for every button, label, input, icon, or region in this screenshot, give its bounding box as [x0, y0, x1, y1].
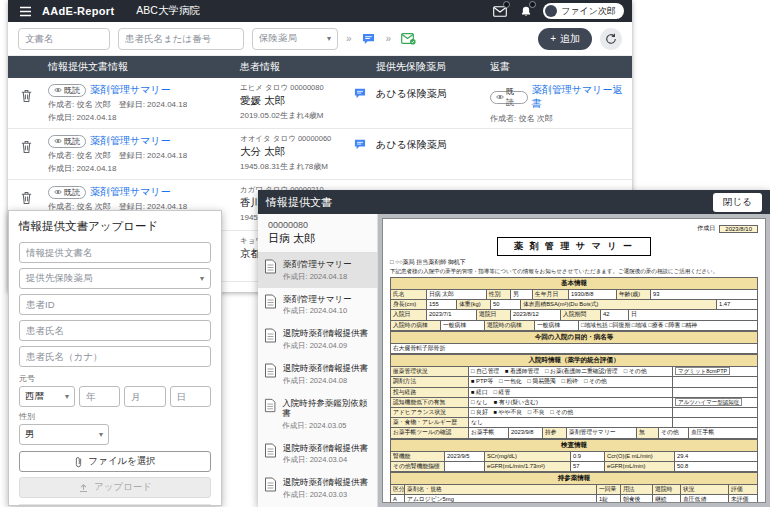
preview-title: 薬 剤 管 理 サ マ リ ー — [497, 237, 651, 256]
patient-name-input[interactable] — [19, 320, 211, 341]
pharmacy-name — [376, 185, 486, 189]
document-list-item[interactable]: 退院時薬剤情報提供書作成日: 2024.03.03 — [258, 471, 377, 506]
add-button[interactable]: + 追加 — [538, 28, 592, 50]
admission-row: アドヒアランス状況 □ 良好 ■ やや不良 □ 不良 □ その他 — [390, 407, 758, 417]
meds-row: A アムロジピン5mg 1錠 朝食後 継続 血圧低値 未評価 — [390, 494, 758, 503]
mail-badge — [503, 1, 510, 8]
viewer-patient-name: 日病 太郎 — [268, 231, 367, 246]
preview-area: 作成日 2023/8/10 薬 剤 管 理 サ マ リ ー □ ○○薬局 担当薬… — [378, 214, 770, 507]
sent-mail-filter-button[interactable] — [399, 31, 417, 47]
admission-row: 調剤方法 ■ PTP等 □ 一包化 □ 簡易懸濁 □ 粉砕 □ その他 — [390, 376, 758, 386]
document-preview: 作成日 2023/8/10 薬 剤 管 理 サ マ リ ー □ ○○薬局 担当薬… — [382, 218, 766, 503]
document-list-item[interactable]: 退院時薬剤情報提供書作成日: 2024.04.08 — [258, 357, 377, 392]
table-row: 既読 薬剤管理サマリー 作成者: 佼名 次郎登録日: 2024.04.18 作成… — [8, 129, 632, 180]
header-patient-info: 患者情報 — [240, 60, 376, 74]
table-row: 既読 薬剤管理サマリー 作成者: 佼名 次郎登録日: 2024.04.18 作成… — [8, 78, 632, 129]
document-icon — [264, 443, 277, 458]
document-list-item[interactable]: 退院時薬剤情報提供書作成日: 2024.03.04 — [258, 437, 377, 472]
chat-filter-button[interactable] — [360, 31, 378, 47]
labs-row: その他腎機能指標 eGFR(mL/min/1.73m²) 57 eGFR(mL/… — [390, 461, 758, 472]
upload-icon — [78, 482, 89, 493]
document-icon — [264, 328, 277, 343]
patient-filter-input[interactable] — [118, 28, 244, 50]
viewer-header: 情報提供文書 閉じる — [258, 190, 770, 214]
chevron-down-icon: ▾ — [327, 34, 331, 43]
mail-button[interactable] — [491, 3, 509, 19]
document-link[interactable]: 薬剤管理サマリー — [90, 83, 171, 97]
chevron-right-icon: » — [346, 33, 352, 44]
menu-button[interactable] — [16, 3, 34, 19]
reply-cell: 既読 薬剤管理サマリー返書 作成者: 佼名 次郎 — [486, 83, 632, 125]
chat-button[interactable] — [354, 136, 366, 154]
document-list-item[interactable]: 薬剤管理サマリー作成日: 2024.04.18 — [258, 253, 377, 288]
doc-name-input[interactable] — [19, 242, 211, 263]
patient-kana-input[interactable] — [19, 346, 211, 367]
filter-bar: 保険薬局 ▾ » » + 追加 — [8, 22, 632, 56]
year-input[interactable] — [79, 386, 120, 407]
read-status-badge: 既読 — [48, 84, 86, 97]
document-list-item[interactable]: 退院時薬剤情報提供書作成日: 2024.04.09 — [258, 322, 377, 357]
document-link[interactable]: 薬剤管理サマリー — [90, 134, 171, 148]
basic-row: 身長(cm) 155 体重(kg) 50 体表面積BSA(m²)(Du Bois… — [390, 299, 758, 309]
era-label: 元号 — [19, 373, 211, 384]
chat-icon — [362, 33, 375, 45]
delete-icon[interactable] — [20, 89, 33, 103]
gender-select[interactable]: 男 ▾ — [19, 424, 109, 445]
read-icon — [54, 189, 62, 195]
viewer-sidebar: 00000080 日病 太郎 薬剤管理サマリー作成日: 2024.04.18 薬… — [258, 214, 378, 507]
section-labs: 検査情報 — [390, 439, 758, 451]
basic-row: 入院日 2023/7/1 退院日 2023/8/12 入院期間 42 日 — [390, 309, 758, 319]
notifications-badge — [529, 1, 536, 8]
header-reply: 返書 — [486, 60, 632, 74]
chat-icon — [354, 88, 366, 99]
doc-name-filter-input[interactable] — [18, 28, 110, 50]
pharmacy-select[interactable]: 提供先保険薬局 ▾ — [19, 268, 211, 289]
tool-row: お薬手帳ツールの確認 お薬手帳 2023/9/8 持参 薬剤管理サマリー 無 そ… — [390, 427, 758, 438]
pharmacy-filter-select[interactable]: 保険薬局 ▾ — [252, 28, 338, 50]
delete-icon[interactable] — [20, 140, 33, 154]
read-icon — [54, 138, 62, 144]
reply-document-link[interactable]: 薬剤管理サマリー返書 — [532, 83, 632, 111]
document-list-item[interactable]: 薬剤管理サマリー作成日: 2024.04.10 — [258, 288, 377, 323]
notifications-button[interactable] — [517, 3, 535, 19]
table-header: 情報提供文書情報 患者情報 提供先保険薬局 返書 — [8, 56, 632, 78]
chevron-down-icon: ▾ — [200, 274, 204, 283]
document-list-item[interactable]: 入院時持参薬鑑別依頼書作成日: 2024.03.05 — [258, 392, 377, 437]
chevron-down-icon: ▾ — [65, 392, 69, 401]
chat-button[interactable] — [354, 85, 366, 103]
era-select[interactable]: 西暦 ▾ — [19, 386, 75, 407]
admission-row: 服薬管理状況 □ 自己管理 ■ 看護師管理 □ お薬(看護師二重確認)管理 □ … — [390, 366, 758, 376]
meds-header-row: 区分 薬剤名・規格 一回量 用法 退院時 状況 評価 — [390, 484, 758, 494]
section-admission: 入院時情報（薬学的統合評価） — [390, 354, 758, 366]
read-icon — [54, 87, 62, 93]
read-icon — [496, 94, 504, 100]
file-select-button[interactable]: ファイルを選択 — [19, 451, 211, 472]
chevron-right-icon: » — [386, 33, 392, 44]
app-title: AAdE-Report — [42, 5, 114, 17]
document-icon — [264, 398, 276, 413]
upload-button[interactable]: アップロード — [19, 477, 211, 498]
header-pharmacy: 提供先保険薬局 — [376, 60, 486, 74]
basic-row: 氏名 日病 太郎 性別 男 生年月日 1930/8/8 年齢(歳) 93 — [390, 289, 758, 299]
refresh-button[interactable] — [600, 28, 622, 50]
screen: AAdE-Report ABC大学病院 ファイン次郎 保険薬局 ▾ — [0, 0, 770, 507]
patient-id-input[interactable] — [19, 294, 211, 315]
document-link[interactable]: 薬剤管理サマリー — [90, 185, 171, 199]
section-purpose: 今回の入院の目的・病名等 — [390, 331, 758, 343]
read-status-badge: 既読 — [48, 135, 86, 148]
day-input[interactable] — [170, 386, 211, 407]
header-doc-info: 情報提供文書情報 — [44, 60, 240, 74]
read-status-badge: 既読 — [490, 91, 528, 104]
basic-row: 入院時の病棟 一般病棟 退院時の病棟 一般病棟 □地域包括 □回復期 □地域 □… — [390, 320, 758, 331]
gender-label: 性別 — [19, 411, 211, 422]
preview-salutation: □ ○○薬局 担当薬剤師 御机下 — [390, 258, 758, 267]
user-menu[interactable]: ファイン次郎 — [543, 3, 624, 19]
document-icon — [264, 294, 277, 309]
document-icon — [264, 363, 277, 378]
delete-icon[interactable] — [20, 191, 33, 205]
viewer-close-button[interactable]: 閉じる — [713, 193, 762, 212]
viewer-body: 00000080 日病 太郎 薬剤管理サマリー作成日: 2024.04.18 薬… — [258, 214, 770, 507]
admission-row: 薬・食物・アレルギー歴 なし — [390, 417, 758, 427]
chevron-down-icon: ▾ — [99, 430, 103, 439]
month-input[interactable] — [124, 386, 165, 407]
